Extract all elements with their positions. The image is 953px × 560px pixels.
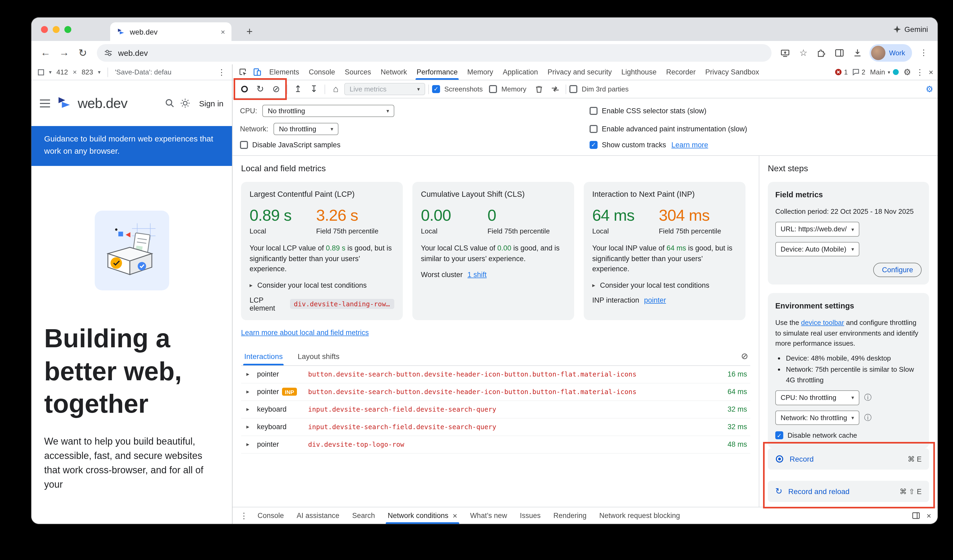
show-custom-tracks-box[interactable] (590, 141, 598, 149)
js-context-selector[interactable]: Main ▾ (870, 68, 899, 76)
interaction-row[interactable]: ▸ keyboard input.devsite-search-field.de… (241, 418, 750, 436)
show-custom-tracks-checkbox[interactable]: Show custom tracks (590, 141, 666, 149)
drawer-tab-close-icon[interactable]: × (453, 511, 457, 520)
tab-close-icon[interactable]: × (221, 27, 225, 36)
error-badge[interactable]: 1 (835, 68, 848, 76)
forward-button[interactable]: → (55, 44, 73, 62)
devtools-settings-icon[interactable]: ⚙ (903, 67, 911, 77)
performance-settings-gear-icon[interactable]: ⚙ (926, 84, 933, 94)
paint-instrumentation-box[interactable] (590, 125, 598, 133)
css-selector-stats-box[interactable] (590, 107, 598, 115)
devtools-tab-recorder[interactable]: Recorder (661, 64, 700, 80)
downloads-icon[interactable] (849, 44, 866, 61)
device-width[interactable]: 412 (56, 68, 68, 76)
devtools-tab-elements[interactable]: Elements (264, 64, 304, 80)
drawer-tab-rendering[interactable]: Rendering (547, 507, 593, 524)
search-icon[interactable] (165, 98, 175, 108)
disable-js-samples-checkbox[interactable]: Disable JavaScript samples (240, 141, 341, 149)
device-toolbar-menu-icon[interactable]: ⋮ (217, 67, 226, 77)
save-profile-icon[interactable]: ↧ (306, 82, 321, 96)
new-tab-button[interactable]: + (242, 24, 257, 39)
paint-instrumentation-checkbox[interactable]: Enable advanced paint instrumentation (s… (590, 125, 747, 133)
screenshots-checkbox-box[interactable] (432, 85, 440, 93)
gemini-chip[interactable]: Gemini (893, 25, 928, 34)
interaction-row[interactable]: ▸ pointer div.devsite-top-logo-row 48 ms (241, 436, 750, 453)
record-icon[interactable] (237, 82, 252, 96)
record-and-reload-button[interactable]: ↻ Record and reload ⌘ ⇧ E (768, 481, 929, 502)
sign-in-button[interactable]: Sign in (199, 99, 224, 108)
record-and-reload-icon[interactable]: ↻ (253, 82, 268, 96)
devtools-tab-privacy[interactable]: Privacy and security (543, 64, 617, 80)
zoom-dropdown-icon[interactable]: ▾ (98, 69, 101, 75)
network-info-icon[interactable]: ⓘ (864, 412, 872, 423)
webdev-logo-icon[interactable] (56, 95, 72, 111)
lcp-test-conditions-toggle[interactable]: ▸ Consider your local test conditions (250, 281, 394, 289)
env-network-select[interactable]: Network: No throttling ▾ (775, 410, 859, 425)
device-toolbar-toggle-icon[interactable] (250, 65, 264, 79)
devtools-tab-network[interactable]: Network (376, 64, 412, 80)
devtools-tab-privacy-sandbox[interactable]: Privacy Sandbox (700, 64, 764, 80)
lcp-element-code[interactable]: div.devsite-landing-row-ite… (290, 299, 394, 309)
disable-network-cache-box[interactable] (775, 432, 783, 439)
side-panel-icon[interactable] (831, 44, 848, 61)
dimensions-caret-icon[interactable]: ▾ (49, 69, 51, 75)
disable-network-cache-checkbox[interactable]: Disable network cache (775, 430, 857, 441)
maximize-window-button[interactable] (64, 26, 71, 33)
memory-checkbox[interactable]: Memory (489, 85, 526, 93)
hamburger-menu-icon[interactable] (40, 99, 50, 107)
devtools-tab-memory[interactable]: Memory (463, 64, 498, 80)
cls-worst-cluster-link[interactable]: 1 shift (467, 271, 487, 278)
extensions-icon[interactable] (813, 44, 830, 61)
memory-checkbox-box[interactable] (489, 85, 497, 93)
drawer-tab-console[interactable]: Console (251, 507, 290, 524)
devtools-tab-sources[interactable]: Sources (340, 64, 376, 80)
field-device-select[interactable]: Device: Auto (Mobile) ▾ (775, 242, 859, 257)
load-profile-icon[interactable]: ↥ (290, 82, 306, 96)
announcement-banner[interactable]: Guidance to build modern web experiences… (31, 126, 232, 166)
inp-test-conditions-toggle[interactable]: ▸ Consider your local test conditions (592, 281, 737, 289)
configure-button[interactable]: Configure (874, 263, 922, 277)
row-expand-icon[interactable]: ▸ (246, 406, 257, 413)
throttle-dropdown[interactable]: 'Save-Data': defau (115, 68, 171, 76)
network-throttle-icon[interactable] (548, 82, 562, 96)
interaction-row[interactable]: ▸ keyboard input.devsite-search-field.de… (241, 401, 750, 418)
install-app-icon[interactable] (777, 44, 794, 61)
close-window-button[interactable] (41, 26, 48, 33)
site-settings-icon[interactable] (104, 49, 112, 57)
drawer-tab-ai-assistance[interactable]: AI assistance (290, 507, 346, 524)
record-button[interactable]: Record ⌘ E (768, 448, 929, 469)
theme-toggle-icon[interactable] (180, 98, 190, 108)
screenshots-checkbox[interactable]: Screenshots (432, 85, 483, 93)
message-badge[interactable]: 2 (852, 68, 865, 76)
devtools-tab-lighthouse[interactable]: Lighthouse (617, 64, 661, 80)
device-height[interactable]: 823 (82, 68, 93, 76)
field-url-select[interactable]: URL: https://web.dev/ ▾ (775, 222, 859, 237)
dim-3rd-parties-checkbox[interactable]: Dim 3rd parties (570, 85, 629, 93)
cpu-throttling-select[interactable]: No throttling ▾ (262, 105, 394, 117)
devtools-tab-console[interactable]: Console (304, 64, 340, 80)
drawer-tab-issues[interactable]: Issues (514, 507, 547, 524)
interaction-row[interactable]: ▸ pointerINP button.devsite-search-butto… (241, 383, 750, 401)
cpu-info-icon[interactable]: ⓘ (864, 392, 872, 404)
tab-layout-shifts[interactable]: Layout shifts (296, 347, 341, 365)
metrics-learn-more-link[interactable]: Learn more about local and field metrics (241, 328, 369, 336)
drawer-tab-network-conditions[interactable]: Network conditions × (381, 507, 464, 524)
dim-3rd-parties-checkbox-box[interactable] (570, 85, 577, 93)
dimensions-dropdown-icon[interactable] (38, 69, 44, 75)
collect-garbage-icon[interactable] (532, 82, 546, 96)
row-expand-icon[interactable]: ▸ (246, 388, 257, 395)
address-bar[interactable]: web.dev (97, 44, 771, 62)
devtools-tab-application[interactable]: Application (498, 64, 543, 80)
drawer-close-icon[interactable]: × (927, 511, 931, 520)
row-expand-icon[interactable]: ▸ (246, 371, 257, 377)
reload-button[interactable]: ↻ (74, 44, 92, 62)
drawer-tab-whats-new[interactable]: What’s new (464, 507, 514, 524)
clear-interactions-icon[interactable]: ⊘ (741, 351, 748, 361)
inspect-element-icon[interactable] (236, 65, 250, 79)
bookmark-star-icon[interactable]: ☆ (795, 44, 812, 61)
devtools-close-icon[interactable]: × (928, 68, 933, 77)
custom-tracks-learn-more-link[interactable]: Learn more (672, 141, 708, 149)
tab-interactions[interactable]: Interactions (243, 347, 284, 365)
devtools-menu-icon[interactable]: ⋮ (916, 67, 924, 77)
row-expand-icon[interactable]: ▸ (246, 423, 257, 430)
